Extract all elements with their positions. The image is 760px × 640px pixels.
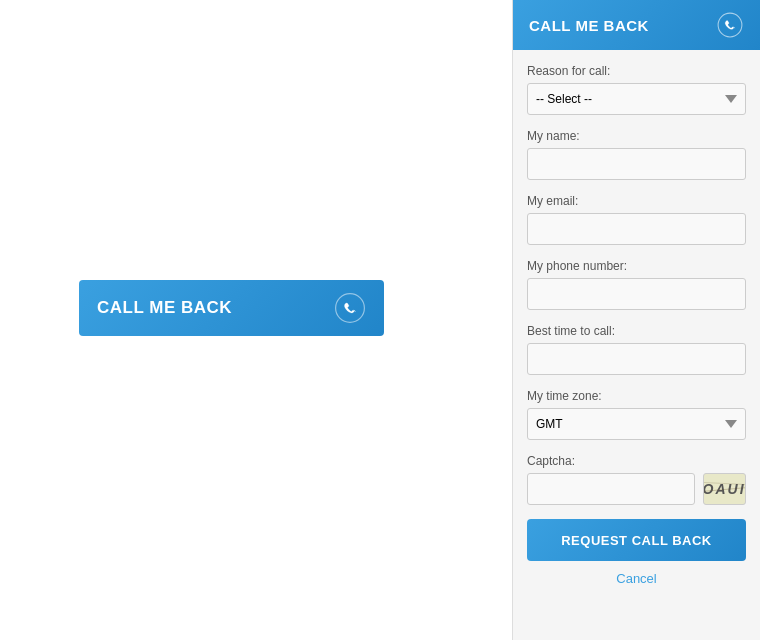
- call-back-panel: CALL ME BACK Reason for call: -- Select …: [512, 0, 760, 640]
- captcha-text: FOAUIV: [703, 481, 746, 497]
- name-group: My name:: [527, 129, 746, 180]
- timezone-select[interactable]: GMT UTC-5 UTC-8 UTC+1 UTC+5:30: [527, 408, 746, 440]
- call-me-back-button[interactable]: CALL ME BACK: [79, 280, 384, 336]
- svg-point-0: [336, 294, 365, 323]
- best-time-group: Best time to call:: [527, 324, 746, 375]
- reason-group: Reason for call: -- Select -- Sales Supp…: [527, 64, 746, 115]
- phone-input[interactable]: [527, 278, 746, 310]
- panel-title: CALL ME BACK: [529, 17, 649, 34]
- captcha-input[interactable]: [527, 473, 695, 505]
- best-time-input[interactable]: [527, 343, 746, 375]
- svg-point-1: [718, 13, 742, 37]
- captcha-image: FOAUIV: [703, 473, 746, 505]
- reason-label: Reason for call:: [527, 64, 746, 78]
- email-label: My email:: [527, 194, 746, 208]
- phone-group: My phone number:: [527, 259, 746, 310]
- panel-form: Reason for call: -- Select -- Sales Supp…: [513, 50, 760, 640]
- captcha-label: Captcha:: [527, 454, 746, 468]
- panel-header: CALL ME BACK: [513, 0, 760, 50]
- request-call-back-button[interactable]: REQUEST CALL BACK: [527, 519, 746, 561]
- captcha-row: FOAUIV: [527, 473, 746, 505]
- email-input[interactable]: [527, 213, 746, 245]
- name-label: My name:: [527, 129, 746, 143]
- email-group: My email:: [527, 194, 746, 245]
- phone-icon: [334, 292, 366, 324]
- cancel-link[interactable]: Cancel: [527, 571, 746, 586]
- name-input[interactable]: [527, 148, 746, 180]
- panel-phone-icon: [716, 11, 744, 39]
- reason-select[interactable]: -- Select -- Sales Support Billing Other: [527, 83, 746, 115]
- phone-label: My phone number:: [527, 259, 746, 273]
- timezone-label: My time zone:: [527, 389, 746, 403]
- captcha-group: Captcha: FOAUIV: [527, 454, 746, 505]
- call-me-back-label: CALL ME BACK: [97, 298, 232, 318]
- timezone-group: My time zone: GMT UTC-5 UTC-8 UTC+1 UTC+…: [527, 389, 746, 440]
- best-time-label: Best time to call:: [527, 324, 746, 338]
